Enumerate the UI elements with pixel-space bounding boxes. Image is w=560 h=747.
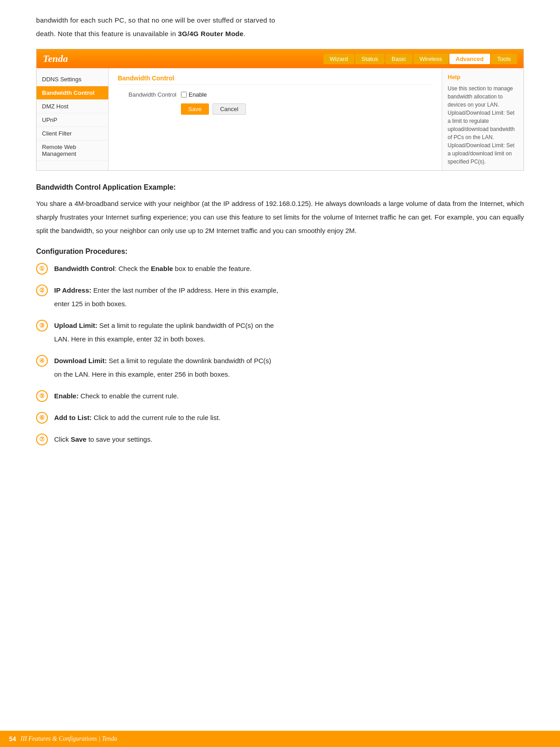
step-content-1: Bandwidth Control: Check the Enable box …	[54, 262, 524, 275]
step7-rest: to save your settings.	[87, 435, 153, 443]
step4-rest2: on the LAN. Here in this example, enter …	[54, 370, 230, 378]
router-header: Tenda Wizard Status Basic Wireless Advan…	[37, 49, 523, 68]
intro-text-1: bandwidth for each such PC, so that no o…	[36, 16, 275, 24]
sidebar-item-ddns[interactable]: DDNS Settings	[37, 73, 108, 86]
body-paragraph: You share a 4M-broadband service with yo…	[36, 197, 524, 238]
step3-label: Upload Limit:	[54, 322, 97, 329]
step3-rest: Set a limit to regulate the uplink bandw…	[97, 322, 274, 329]
config-heading: Configuration Procedures:	[36, 247, 524, 256]
form-buttons: Save Cancel	[181, 103, 433, 115]
enable-checkbox-group: Enable	[181, 91, 207, 98]
step4-rest: Set a limit to regulate the downlink ban…	[107, 357, 271, 364]
step-number-4: ④	[36, 355, 48, 367]
router-nav: Wizard Status Basic Wireless Advanced To…	[324, 54, 517, 64]
step2-label: IP Address:	[54, 286, 92, 294]
help-text: Use this section to manage bandwidth all…	[448, 84, 518, 166]
sidebar-item-dmz[interactable]: DMZ Host	[37, 100, 108, 113]
nav-status[interactable]: Status	[355, 54, 384, 64]
router-body: DDNS Settings Bandwidth Control DMZ Host…	[37, 68, 523, 170]
step-number-2: ②	[36, 285, 48, 296]
nav-wizard[interactable]: Wizard	[324, 54, 354, 64]
step-6: ⑥ Add to List: Click to add the current …	[36, 411, 524, 425]
step-number-7: ⑦	[36, 434, 48, 445]
nav-basic[interactable]: Basic	[385, 54, 412, 64]
step-number-6: ⑥	[36, 412, 48, 424]
step-number-5: ⑤	[36, 390, 48, 402]
step6-rest: Click to add the current rule to the rul…	[92, 414, 220, 421]
step4-label: Download Limit:	[54, 357, 107, 364]
router-sidebar: DDNS Settings Bandwidth Control DMZ Host…	[37, 68, 109, 170]
step6-label: Add to List:	[54, 414, 92, 421]
enable-label: Enable	[189, 91, 207, 98]
step-content-5: Enable: Check to enable the current rule…	[54, 389, 524, 403]
bandwidth-control-row: Bandwidth Control Enable	[118, 91, 433, 98]
help-title: Help	[448, 73, 518, 82]
sidebar-item-upnp[interactable]: UPnP	[37, 113, 108, 127]
step2-rest2: enter 125 in both boxes.	[54, 300, 127, 308]
intro-text-2: death. Note that this feature is unavail…	[36, 30, 245, 37]
nav-wireless[interactable]: Wireless	[413, 54, 449, 64]
step-content-4: Download Limit: Set a limit to regulate …	[54, 354, 524, 381]
router-ui-screenshot: Tenda Wizard Status Basic Wireless Advan…	[36, 49, 524, 171]
step5-rest: Check to enable the current rule.	[79, 392, 179, 400]
step-5: ⑤ Enable: Check to enable the current ru…	[36, 389, 524, 403]
step-2: ② IP Address: Enter the last number of t…	[36, 284, 524, 311]
enable-checkbox[interactable]	[181, 92, 187, 98]
step-1: ① Bandwidth Control: Check the Enable bo…	[36, 262, 524, 275]
step-content-7: Click Save to save your settings.	[54, 433, 524, 446]
main-title: Bandwidth Control	[118, 75, 433, 85]
sidebar-item-remote-web[interactable]: Remote Web Management	[37, 140, 108, 161]
sidebar-item-bandwidth[interactable]: Bandwidth Control	[37, 86, 108, 100]
step-3: ③ Upload Limit: Set a limit to regulate …	[36, 319, 524, 346]
step1-colon: : Check the	[115, 265, 151, 272]
step1-label: Bandwidth Control	[54, 265, 115, 272]
step1-enable: Enable	[151, 265, 173, 272]
sidebar-item-client-filter[interactable]: Client Filter	[37, 127, 108, 140]
router-logo: Tenda	[43, 53, 68, 65]
step-content-3: Upload Limit: Set a limit to regulate th…	[54, 319, 524, 346]
step7-pre: Click	[54, 435, 71, 443]
router-main-area: Bandwidth Control Bandwidth Control Enab…	[109, 68, 442, 170]
cancel-button[interactable]: Cancel	[213, 103, 246, 115]
nav-advanced[interactable]: Advanced	[449, 54, 490, 64]
step-number-1: ①	[36, 263, 48, 275]
step7-label: Save	[71, 435, 87, 443]
step-content-6: Add to List: Click to add the current ru…	[54, 411, 524, 425]
step5-label: Enable:	[54, 392, 79, 400]
save-button[interactable]: Save	[181, 103, 209, 115]
step2-rest: Enter the last number of the IP address.…	[92, 286, 278, 294]
section-heading: Bandwidth Control Application Example:	[36, 183, 524, 191]
form-label-bandwidth: Bandwidth Control	[118, 91, 181, 98]
step-content-2: IP Address: Enter the last number of the…	[54, 284, 524, 311]
page-footer: 54 III Features & Configurations | Tenda	[0, 731, 560, 747]
nav-tools[interactable]: Tools	[491, 54, 517, 64]
footer-text: III Features & Configurations | Tenda	[21, 735, 117, 742]
step-4: ④ Download Limit: Set a limit to regulat…	[36, 354, 524, 381]
step1-rest: box to enable the feature.	[173, 265, 251, 272]
page-content: bandwidth for each such PC, so that no o…	[0, 0, 560, 481]
router-help-panel: Help Use this section to manage bandwidt…	[442, 68, 523, 170]
intro-paragraph: bandwidth for each such PC, so that no o…	[36, 14, 524, 41]
step-number-3: ③	[36, 320, 48, 331]
footer-page-number: 54	[9, 735, 16, 742]
step-7: ⑦ Click Save to save your settings.	[36, 433, 524, 446]
step3-rest2: LAN. Here in this example, enter 32 in b…	[54, 335, 205, 343]
